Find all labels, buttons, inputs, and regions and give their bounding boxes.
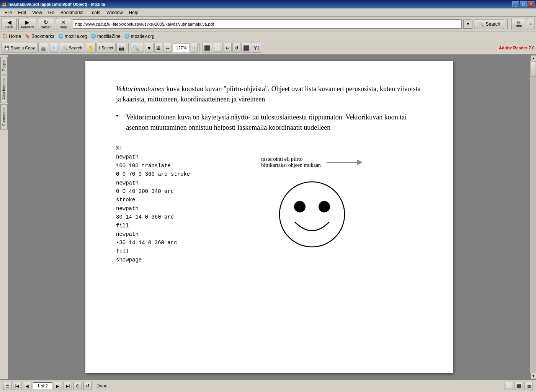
right-scrollbar: ▲ ▼ [530, 55, 536, 379]
bookmark-mozilla[interactable]: 🌐 mozilla.org [58, 34, 87, 39]
attachments-tab[interactable]: Attachments [0, 75, 8, 103]
undo-icon: ↺ [234, 45, 239, 51]
redo-icon: ⬛ [243, 45, 249, 51]
status-menu-button[interactable]: ☰ [3, 382, 11, 390]
menu-view[interactable]: View [29, 8, 45, 16]
smiley-face [274, 176, 350, 253]
snapshot-button[interactable]: 📷 [116, 43, 126, 53]
scroll-mode-button[interactable]: ⬛ [202, 43, 212, 53]
bookmark-mozdev-label: mozdev.org [131, 34, 155, 39]
rotate-icon: ↩ [226, 45, 230, 51]
search-icon: 🔍 [478, 21, 484, 27]
search-button[interactable]: 🔍 Search [474, 19, 504, 29]
toolbar-divider-2 [199, 43, 200, 53]
scroll-thumb[interactable] [531, 62, 536, 77]
bookmark-bookmarks[interactable]: 🔖 Bookmarks [25, 34, 54, 39]
bookmarks-icon: 🔖 [25, 34, 30, 39]
yahoo-button[interactable]: Y! [252, 43, 261, 53]
bookmark-bookmarks-label: Bookmarks [31, 34, 54, 39]
forward-button[interactable]: ▶ Forward [18, 18, 36, 30]
fit-width-icon: ↔ [165, 45, 170, 51]
menu-file[interactable]: File [2, 8, 15, 16]
close-button[interactable]: ✕ [528, 1, 534, 7]
page-layout-button[interactable]: ⬜ [213, 43, 223, 53]
last-page-button[interactable]: ▶| [64, 382, 72, 390]
mozilla-icon: 🌐 [58, 34, 64, 39]
back-button[interactable]: ◀ Back [2, 18, 17, 30]
zoom-out-button[interactable]: 🔍− [131, 43, 144, 53]
print-button[interactable]: 🖨️ Print [511, 18, 525, 30]
bookmark-mozilla-label: mozilla.org [65, 34, 87, 39]
email-button[interactable]: 📧 [49, 43, 59, 53]
window-size-2[interactable]: ⬛ [515, 382, 523, 390]
bookmark-home[interactable]: 🏠 Home [2, 34, 21, 39]
menu-go[interactable]: Go [45, 8, 57, 16]
fit-status-button[interactable]: ⊙ [74, 382, 82, 390]
search-pdf-label: Search [69, 46, 82, 50]
redo-button[interactable]: ⬛ [241, 43, 251, 53]
bullet-item: • Vektorimuotoinen kuva on käytetystä nä… [116, 112, 422, 133]
print-icon: 🖨️ [516, 20, 521, 24]
search-pdf-button[interactable]: 🔍 Search [60, 43, 85, 53]
layout-icon: ⬜ [215, 45, 221, 51]
nav-divider [507, 19, 508, 29]
zoom-out-icon: 🔍− [133, 45, 142, 51]
zoom-input[interactable] [173, 44, 190, 52]
scroll-down-button[interactable]: ▼ [530, 373, 536, 379]
forward-icon: ▶ [25, 19, 29, 25]
window-size-3[interactable]: ▦ [525, 382, 533, 390]
prev-page-button[interactable]: ◀ [23, 382, 31, 390]
hand-icon: ✋ [88, 45, 94, 51]
print-pdf-button[interactable]: 🖨️ [38, 43, 48, 53]
next-page-button[interactable]: ▶ [54, 382, 62, 390]
reload-button[interactable]: ↻ Reload [38, 18, 54, 30]
face-circle [279, 182, 345, 247]
stop-label: Stop [60, 25, 67, 29]
pages-tab[interactable]: Pages [0, 57, 8, 74]
save-copy-button[interactable]: 💾 Save a Copy [2, 43, 38, 53]
diagram: rasterointi eli piirto bittikartaksi ohj… [201, 156, 422, 253]
bookmark-home-label: Home [9, 34, 21, 39]
scroll-track [530, 61, 536, 373]
menu-bookmarks[interactable]: Bookmarks [57, 8, 87, 16]
rotate-button[interactable]: ↩ [224, 43, 232, 53]
zoom-dropdown-button[interactable]: ▼ [145, 43, 154, 53]
minimize-button[interactable]: _ [512, 1, 519, 7]
menu-help[interactable]: Help [126, 8, 142, 16]
fit-page-button[interactable]: ⊞ [154, 43, 162, 53]
zoom-in-button[interactable]: + [191, 43, 198, 53]
more-nav-button[interactable]: » [527, 18, 534, 30]
page-indicator: 1 of 2 [33, 382, 52, 389]
bullet-dot: • [116, 112, 118, 133]
pdf-toolbar: 💾 Save a Copy 🖨️ 📧 🔍 Search ✋ I Select 📷… [0, 41, 536, 55]
undo-button[interactable]: ↺ [232, 43, 240, 53]
fit-width-button[interactable]: ↔ [163, 43, 172, 53]
arrow-graphic [327, 160, 363, 165]
back-icon: ◀ [7, 19, 11, 25]
maximize-button[interactable]: □ [520, 1, 527, 7]
adobe-logo: Adobe Reader 7.0 [499, 46, 534, 50]
status-text: Done [96, 383, 108, 389]
cursor-icon: I [99, 46, 100, 50]
select-label: Select [101, 46, 113, 50]
zoom-in-icon: + [193, 45, 196, 51]
menu-bar: File Edit View Go Bookmarks Tools Window… [0, 8, 536, 17]
forward-label: Forward [21, 25, 34, 29]
window-size-1[interactable]: ⬜ [505, 382, 513, 390]
menu-edit[interactable]: Edit [15, 8, 29, 16]
first-page-button[interactable]: |◀ [13, 382, 21, 390]
stop-button[interactable]: ✕ Stop [56, 18, 71, 30]
hand-tool-button[interactable]: ✋ [86, 43, 96, 53]
yahoo-icon: Y! [254, 45, 259, 51]
scroll-up-button[interactable]: ▲ [530, 55, 536, 61]
bookmark-mozdev[interactable]: 🌐 mozdev.org [124, 34, 155, 39]
url-dropdown-button[interactable]: ▼ [463, 20, 472, 29]
fit-page-icon: ⊞ [156, 45, 160, 51]
rotate-status-button[interactable]: ↺ [83, 382, 92, 390]
bookmark-mozillazine[interactable]: 🌐 mozillaZine [91, 34, 121, 39]
reload-icon: ↻ [44, 19, 48, 25]
select-button[interactable]: I Select [96, 43, 116, 53]
comments-tab[interactable]: Comments [0, 104, 8, 129]
menu-tools[interactable]: Tools [87, 8, 103, 16]
menu-window[interactable]: Window [103, 8, 126, 16]
